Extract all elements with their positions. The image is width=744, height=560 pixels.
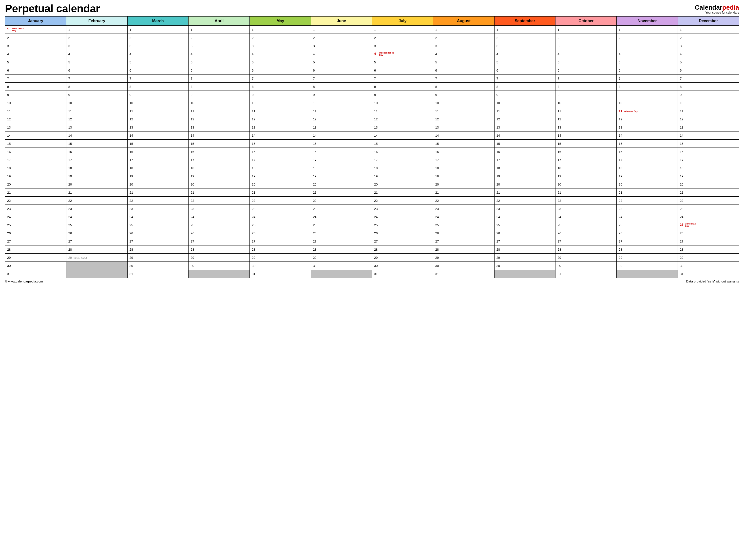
- day-cell: 9: [433, 91, 494, 99]
- day-cell: 12: [127, 115, 189, 123]
- day-cell: 23: [189, 205, 250, 213]
- day-cell: 4: [189, 50, 250, 58]
- day-cell: 30: [433, 262, 494, 270]
- day-cell: 8: [311, 83, 372, 91]
- day-cell: 20: [678, 180, 739, 188]
- day-cell: 13: [494, 123, 555, 132]
- day-cell: 6: [250, 66, 311, 75]
- day-cell: 22: [127, 197, 189, 205]
- day-cell: 27: [678, 237, 739, 246]
- day-cell: 25: [5, 221, 66, 229]
- day-cell: 7: [189, 75, 250, 83]
- day-cell: 14: [433, 132, 494, 140]
- day-cell: 29: [311, 254, 372, 262]
- day-cell: 10: [494, 99, 555, 107]
- day-cell: 22: [617, 197, 678, 205]
- day-cell: 27: [311, 237, 372, 246]
- day-cell: 17: [372, 156, 433, 164]
- day-cell: 11: [189, 107, 250, 115]
- day-cell: 19: [555, 172, 617, 180]
- day-cell: 27: [494, 237, 555, 246]
- day-cell: 24: [617, 213, 678, 221]
- day-cell: 23: [617, 205, 678, 213]
- day-cell: 5: [433, 58, 494, 66]
- day-cell: 16: [617, 148, 678, 156]
- day-cell: 18: [66, 164, 127, 172]
- day-cell: 10: [66, 99, 127, 107]
- day-cell: 20: [189, 180, 250, 188]
- day-cell: 5: [494, 58, 555, 66]
- day-cell: 17: [66, 156, 127, 164]
- day-cell: 26: [433, 229, 494, 237]
- day-cell: 19: [5, 172, 66, 180]
- day-cell: 25: [372, 221, 433, 229]
- day-cell: 3: [555, 42, 617, 50]
- day-cell: 8: [372, 83, 433, 91]
- day-cell: 2: [189, 34, 250, 42]
- day-cell: 18: [555, 164, 617, 172]
- day-cell: 26: [678, 229, 739, 237]
- day-cell: 11: [433, 107, 494, 115]
- day-cell: 3: [494, 42, 555, 50]
- month-header: June: [311, 16, 372, 26]
- day-cell: 21: [189, 188, 250, 197]
- day-cell: 11: [66, 107, 127, 115]
- month-header: September: [494, 16, 555, 26]
- day-cell: 9: [250, 91, 311, 99]
- day-cell: 1: [66, 26, 127, 34]
- day-cell: 31: [250, 270, 311, 278]
- day-cell: 17: [250, 156, 311, 164]
- day-cell: 16: [5, 148, 66, 156]
- calendar-table: JanuaryFebruaryMarchAprilMayJuneJulyAugu…: [5, 16, 739, 278]
- day-cell: 5: [5, 58, 66, 66]
- day-cell: [494, 270, 555, 278]
- day-cell: 20: [494, 180, 555, 188]
- day-cell: 2: [617, 34, 678, 42]
- brand-block: Calendarpedia Your source for calendars: [695, 4, 739, 14]
- day-cell: 22: [678, 197, 739, 205]
- day-row: 4444444Independence Day44444: [5, 50, 739, 58]
- day-cell: 23: [5, 205, 66, 213]
- day-cell: 28: [555, 246, 617, 254]
- day-row: 161616161616161616161616: [5, 148, 739, 156]
- day-row: 666666666666: [5, 66, 739, 75]
- day-cell: 12: [433, 115, 494, 123]
- day-cell: 16: [494, 148, 555, 156]
- day-cell: 10: [5, 99, 66, 107]
- month-header: January: [5, 16, 66, 26]
- day-cell: 12: [494, 115, 555, 123]
- day-cell: 19: [372, 172, 433, 180]
- day-cell: 10: [617, 99, 678, 107]
- day-cell: 29: [617, 254, 678, 262]
- day-cell: 22: [5, 197, 66, 205]
- day-cell: 24: [127, 213, 189, 221]
- day-cell: [189, 270, 250, 278]
- day-cell: 2: [494, 34, 555, 42]
- day-cell: 1: [617, 26, 678, 34]
- day-cell: 21: [66, 188, 127, 197]
- day-cell: 29: [250, 254, 311, 262]
- day-cell: 4Independence Day: [372, 50, 433, 58]
- day-cell: 21: [127, 188, 189, 197]
- day-cell: 4: [311, 50, 372, 58]
- day-cell: [66, 262, 127, 270]
- day-cell: 20: [66, 180, 127, 188]
- day-cell: 1: [555, 26, 617, 34]
- day-cell: 11: [250, 107, 311, 115]
- day-cell: 15: [617, 140, 678, 148]
- day-row: 777777777777: [5, 75, 739, 83]
- day-cell: 15: [678, 140, 739, 148]
- day-cell: 26: [617, 229, 678, 237]
- day-cell: 29: [127, 254, 189, 262]
- day-cell: 3: [372, 42, 433, 50]
- day-cell: 4: [617, 50, 678, 58]
- day-cell: 23: [250, 205, 311, 213]
- day-cell: 15: [250, 140, 311, 148]
- day-cell: 18: [189, 164, 250, 172]
- day-cell: 10: [311, 99, 372, 107]
- day-cell: 8: [66, 83, 127, 91]
- day-cell: 8: [433, 83, 494, 91]
- day-cell: 13: [127, 123, 189, 132]
- day-cell: 7: [66, 75, 127, 83]
- day-cell: 17: [617, 156, 678, 164]
